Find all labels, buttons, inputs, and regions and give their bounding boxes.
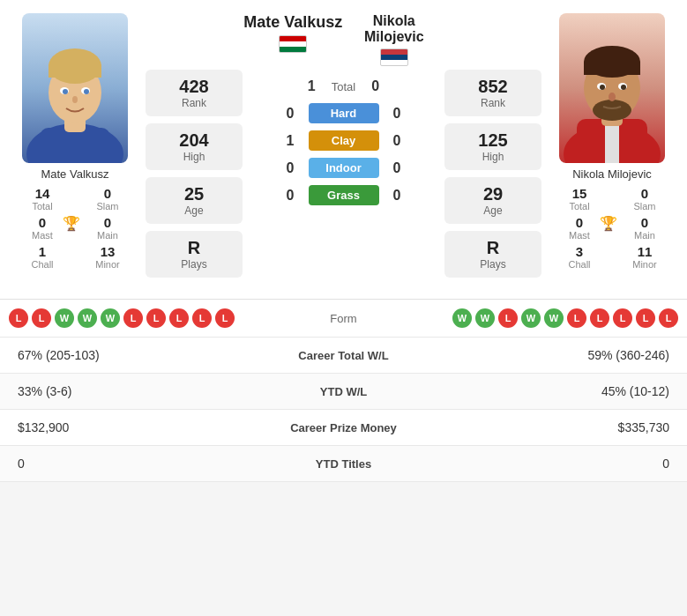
stat-right-val-3: 0 <box>423 456 670 471</box>
right-age-value: 29 <box>448 184 538 204</box>
right-slam-value: 0 <box>641 186 648 201</box>
right-total-label: Total <box>569 201 589 212</box>
form-badge-right-8: L <box>636 308 655 328</box>
clay-surface-button[interactable]: Clay <box>309 130 379 151</box>
trophy-icon-right: 🏆 <box>600 215 617 232</box>
form-badge-left-1: L <box>32 308 51 328</box>
left-chall-value: 1 <box>39 244 46 259</box>
svg-rect-19 <box>584 62 640 75</box>
hard-score-right: 0 <box>386 106 408 122</box>
form-badge-left-2: W <box>55 308 74 328</box>
stat-right-val-1: 45% (10-12) <box>423 384 670 398</box>
right-age-label: Age <box>448 204 538 217</box>
right-high-label: High <box>448 151 538 163</box>
stat-table-row-3: 0YTD Titles0 <box>0 446 687 482</box>
form-badge-right-2: L <box>498 308 518 328</box>
right-rank-value: 852 <box>448 77 538 97</box>
right-plays-box: R Plays <box>444 231 541 278</box>
left-plays-value: R <box>149 238 239 258</box>
form-row: LLWWWLLLLL Form WWLWWLLLLL <box>0 300 687 338</box>
form-badge-left-3: W <box>78 308 97 328</box>
indoor-score-right: 0 <box>386 160 408 176</box>
left-minor-label: Minor <box>95 259 120 270</box>
hard-surface-button[interactable]: Hard <box>309 103 379 123</box>
form-badge-left-6: L <box>146 308 166 328</box>
stat-left-val-3: 0 <box>18 456 265 471</box>
form-badge-left-7: L <box>169 308 189 328</box>
right-chall-value: 3 <box>576 244 583 259</box>
total-score-row: 1 Total 0 <box>243 78 444 94</box>
form-left: LLWWWLLLLL <box>9 308 291 328</box>
grass-score-right: 0 <box>386 188 408 204</box>
main-container: Mate Valkusz 14 Total 0 Slam 0 Mast 🏆 0 <box>0 0 687 482</box>
left-slam-value: 0 <box>104 186 111 201</box>
left-high-label: High <box>149 151 239 163</box>
center-column: Mate Valkusz Nikola Milojevic 1 Total 0 <box>243 13 444 281</box>
form-badge-left-4: W <box>101 308 120 328</box>
stat-center-label-1: YTD W/L <box>265 385 423 398</box>
right-chall-label: Chall <box>568 259 590 270</box>
right-mast-label: Mast <box>569 230 590 241</box>
indoor-surface-button[interactable]: Indoor <box>309 158 379 178</box>
total-score-right: 0 <box>364 78 386 94</box>
right-minor-label: Minor <box>632 259 657 270</box>
left-main-label: Main <box>97 230 118 241</box>
stat-right-val-2: $335,730 <box>423 420 670 434</box>
left-high-value: 204 <box>149 130 239 151</box>
left-total-label: Total <box>32 201 52 212</box>
right-rank-box: 852 Rank <box>444 70 541 116</box>
right-mid-stats: 852 Rank 125 High 29 Age R Plays <box>444 13 541 281</box>
left-rank-value: 428 <box>149 77 239 97</box>
right-player-stats-grid: 15 Total 0 Slam 0 Mast 🏆 0 Main 3 <box>550 186 674 270</box>
stat-left-val-2: $132,900 <box>18 420 265 434</box>
left-main-value: 0 <box>104 215 111 230</box>
left-mid-stats: 428 Rank 204 High 25 Age R Plays <box>146 13 243 281</box>
svg-rect-2 <box>40 128 110 163</box>
stat-table-row-2: $132,900Career Prize Money$335,730 <box>0 410 687 446</box>
right-total-value: 15 <box>572 186 587 201</box>
stat-rows-container: 67% (205-103)Career Total W/L59% (360-24… <box>0 338 687 482</box>
right-main-cell: 🏆 0 Main <box>616 215 674 241</box>
grass-surface-row: 0 Grass 0 <box>243 185 444 205</box>
form-badge-right-6: L <box>590 308 609 328</box>
right-rank-label: Rank <box>448 97 538 109</box>
left-chall-cell: 1 Chall <box>13 244 71 270</box>
right-high-box: 125 High <box>444 123 541 170</box>
player-comparison-section: Mate Valkusz 14 Total 0 Slam 0 Mast 🏆 0 <box>0 0 687 290</box>
left-chall-label: Chall <box>31 259 53 270</box>
total-label: Total <box>332 80 355 93</box>
hard-score-left: 0 <box>280 106 302 122</box>
left-mast-label: Mast <box>32 230 53 241</box>
right-player-photo <box>559 13 665 163</box>
indoor-score-left: 0 <box>280 160 302 176</box>
right-chall-cell: 3 Chall <box>550 244 609 270</box>
form-badge-right-9: L <box>659 308 678 328</box>
right-slam-cell: 0 Slam <box>616 186 674 212</box>
right-player-name-top: Nikola Milojevic <box>344 13 445 45</box>
left-player-photo <box>22 13 128 163</box>
right-player-column: Nikola Milojevic 15 Total 0 Slam 0 Mast … <box>541 13 683 281</box>
stat-center-label-3: YTD Titles <box>265 457 423 471</box>
left-high-box: 204 High <box>146 123 243 170</box>
right-mast-value: 0 <box>576 215 583 230</box>
form-badge-right-1: W <box>475 308 495 328</box>
right-plays-label: Plays <box>448 258 538 271</box>
stat-table-row-0: 67% (205-103)Career Total W/L59% (360-24… <box>0 338 687 374</box>
left-flag <box>279 35 307 53</box>
left-player-name-top: Mate Valkusz <box>243 13 344 32</box>
left-main-cell: 🏆 0 Main <box>78 215 137 241</box>
left-minor-value: 13 <box>101 244 116 259</box>
right-total-cell: 15 Total <box>550 186 609 212</box>
right-minor-value: 11 <box>638 244 653 259</box>
right-plays-value: R <box>448 238 538 258</box>
grass-surface-button[interactable]: Grass <box>309 185 379 205</box>
left-age-value: 25 <box>149 184 239 204</box>
left-plays-label: Plays <box>149 258 239 271</box>
clay-score-left: 1 <box>280 133 302 149</box>
left-rank-box: 428 Rank <box>146 70 243 116</box>
left-rank-label: Rank <box>149 97 239 109</box>
form-badge-right-4: W <box>544 308 564 328</box>
stat-left-val-1: 33% (3-6) <box>18 384 265 398</box>
right-main-label: Main <box>634 230 655 241</box>
form-badge-left-5: L <box>123 308 143 328</box>
